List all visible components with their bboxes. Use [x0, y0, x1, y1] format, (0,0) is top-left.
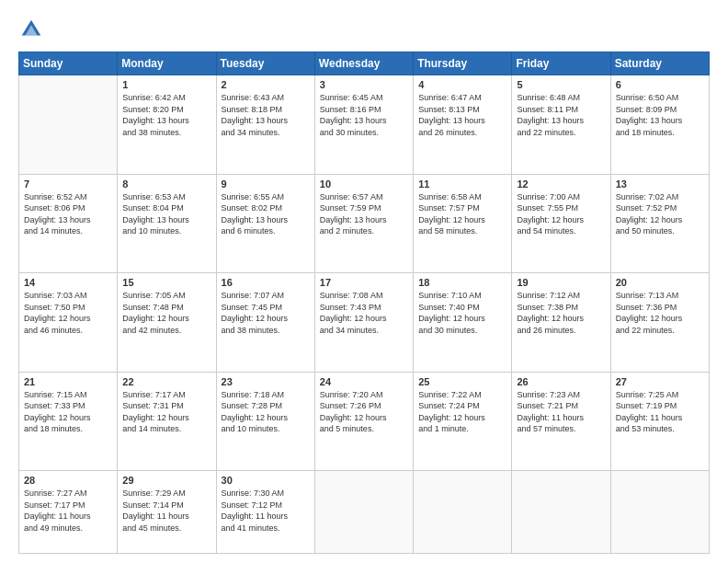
- day-info: Sunrise: 7:27 AMSunset: 7:17 PMDaylight:…: [24, 488, 112, 534]
- calendar-cell: 3Sunrise: 6:45 AMSunset: 8:16 PMDaylight…: [314, 75, 413, 175]
- day-info: Sunrise: 6:47 AMSunset: 8:13 PMDaylight:…: [418, 92, 506, 138]
- weekday-header-sunday: Sunday: [19, 52, 118, 75]
- day-info: Sunrise: 6:42 AMSunset: 8:20 PMDaylight:…: [122, 92, 210, 138]
- weekday-header-saturday: Saturday: [610, 52, 709, 75]
- weekday-header-wednesday: Wednesday: [314, 52, 413, 75]
- page: SundayMondayTuesdayWednesdayThursdayFrid…: [0, 0, 728, 563]
- day-info: Sunrise: 7:00 AMSunset: 7:55 PMDaylight:…: [517, 191, 605, 237]
- day-info: Sunrise: 7:25 AMSunset: 7:19 PMDaylight:…: [616, 389, 704, 435]
- day-info: Sunrise: 7:02 AMSunset: 7:52 PMDaylight:…: [616, 191, 704, 237]
- calendar-cell: [314, 471, 413, 554]
- day-info: Sunrise: 6:48 AMSunset: 8:11 PMDaylight:…: [517, 92, 605, 138]
- day-number: 6: [616, 79, 704, 90]
- calendar-cell: 28Sunrise: 7:27 AMSunset: 7:17 PMDayligh…: [19, 471, 118, 554]
- day-info: Sunrise: 7:29 AMSunset: 7:14 PMDaylight:…: [122, 488, 210, 534]
- week-row-1: 1Sunrise: 6:42 AMSunset: 8:20 PMDaylight…: [19, 75, 710, 175]
- calendar-cell: 4Sunrise: 6:47 AMSunset: 8:13 PMDaylight…: [414, 75, 512, 175]
- day-number: 10: [320, 178, 408, 190]
- day-number: 20: [616, 277, 704, 288]
- day-number: 21: [24, 376, 112, 387]
- calendar-cell: 11Sunrise: 6:58 AMSunset: 7:57 PMDayligh…: [414, 174, 512, 273]
- day-number: 29: [122, 475, 210, 486]
- day-info: Sunrise: 6:43 AMSunset: 8:18 PMDaylight:…: [222, 92, 310, 138]
- calendar-cell: 30Sunrise: 7:30 AMSunset: 7:12 PMDayligh…: [216, 471, 314, 554]
- calendar-cell: 29Sunrise: 7:29 AMSunset: 7:14 PMDayligh…: [118, 471, 216, 554]
- day-info: Sunrise: 7:10 AMSunset: 7:40 PMDaylight:…: [418, 290, 506, 336]
- day-number: 8: [122, 178, 210, 190]
- logo-icon: [18, 17, 44, 42]
- day-info: Sunrise: 6:55 AMSunset: 8:02 PMDaylight:…: [222, 191, 310, 237]
- calendar-cell: 18Sunrise: 7:10 AMSunset: 7:40 PMDayligh…: [414, 273, 512, 373]
- calendar-cell: 26Sunrise: 7:23 AMSunset: 7:21 PMDayligh…: [512, 372, 610, 471]
- calendar-cell: [512, 471, 610, 554]
- day-number: 2: [222, 79, 310, 90]
- day-number: 11: [418, 178, 506, 190]
- week-row-5: 28Sunrise: 7:27 AMSunset: 7:17 PMDayligh…: [19, 471, 710, 554]
- calendar-cell: 5Sunrise: 6:48 AMSunset: 8:11 PMDaylight…: [512, 75, 610, 175]
- day-number: 4: [418, 79, 506, 90]
- day-info: Sunrise: 6:50 AMSunset: 8:09 PMDaylight:…: [616, 92, 704, 138]
- calendar-cell: 23Sunrise: 7:18 AMSunset: 7:28 PMDayligh…: [216, 372, 314, 471]
- weekday-header-thursday: Thursday: [414, 52, 512, 75]
- week-row-3: 14Sunrise: 7:03 AMSunset: 7:50 PMDayligh…: [19, 273, 710, 373]
- day-number: 22: [122, 376, 210, 387]
- week-row-4: 21Sunrise: 7:15 AMSunset: 7:33 PMDayligh…: [19, 372, 710, 471]
- day-info: Sunrise: 7:13 AMSunset: 7:36 PMDaylight:…: [616, 290, 704, 336]
- day-number: 19: [517, 277, 605, 288]
- day-info: Sunrise: 7:18 AMSunset: 7:28 PMDaylight:…: [222, 389, 310, 435]
- calendar-cell: 27Sunrise: 7:25 AMSunset: 7:19 PMDayligh…: [610, 372, 709, 471]
- calendar-cell: 20Sunrise: 7:13 AMSunset: 7:36 PMDayligh…: [610, 273, 709, 373]
- day-info: Sunrise: 6:53 AMSunset: 8:04 PMDaylight:…: [122, 191, 210, 237]
- calendar-cell: 12Sunrise: 7:00 AMSunset: 7:55 PMDayligh…: [512, 174, 610, 273]
- day-number: 18: [418, 277, 506, 288]
- weekday-header-row: SundayMondayTuesdayWednesdayThursdayFrid…: [19, 52, 710, 75]
- calendar-cell: [610, 471, 709, 554]
- day-number: 24: [320, 376, 408, 387]
- calendar-cell: 15Sunrise: 7:05 AMSunset: 7:48 PMDayligh…: [118, 273, 216, 373]
- day-info: Sunrise: 7:22 AMSunset: 7:24 PMDaylight:…: [418, 389, 506, 435]
- calendar-cell: 6Sunrise: 6:50 AMSunset: 8:09 PMDaylight…: [610, 75, 709, 175]
- calendar-cell: [19, 75, 118, 175]
- day-number: 17: [320, 277, 408, 288]
- logo: [18, 17, 48, 42]
- day-info: Sunrise: 6:57 AMSunset: 7:59 PMDaylight:…: [320, 191, 408, 237]
- day-number: 27: [616, 376, 704, 387]
- calendar-cell: 24Sunrise: 7:20 AMSunset: 7:26 PMDayligh…: [314, 372, 413, 471]
- calendar-cell: 16Sunrise: 7:07 AMSunset: 7:45 PMDayligh…: [216, 273, 314, 373]
- day-info: Sunrise: 7:30 AMSunset: 7:12 PMDaylight:…: [222, 488, 310, 534]
- calendar-cell: [414, 471, 512, 554]
- weekday-header-monday: Monday: [118, 52, 216, 75]
- day-info: Sunrise: 7:05 AMSunset: 7:48 PMDaylight:…: [122, 290, 210, 336]
- calendar-cell: 21Sunrise: 7:15 AMSunset: 7:33 PMDayligh…: [19, 372, 118, 471]
- day-number: 9: [222, 178, 310, 190]
- day-info: Sunrise: 7:08 AMSunset: 7:43 PMDaylight:…: [320, 290, 408, 336]
- day-number: 12: [517, 178, 605, 190]
- day-info: Sunrise: 6:45 AMSunset: 8:16 PMDaylight:…: [320, 92, 408, 138]
- weekday-header-friday: Friday: [512, 52, 610, 75]
- day-number: 16: [222, 277, 310, 288]
- day-number: 1: [122, 79, 210, 90]
- day-info: Sunrise: 7:07 AMSunset: 7:45 PMDaylight:…: [222, 290, 310, 336]
- calendar-cell: 7Sunrise: 6:52 AMSunset: 8:06 PMDaylight…: [19, 174, 118, 273]
- calendar-cell: 22Sunrise: 7:17 AMSunset: 7:31 PMDayligh…: [118, 372, 216, 471]
- day-number: 23: [222, 376, 310, 387]
- calendar-cell: 17Sunrise: 7:08 AMSunset: 7:43 PMDayligh…: [314, 273, 413, 373]
- week-row-2: 7Sunrise: 6:52 AMSunset: 8:06 PMDaylight…: [19, 174, 710, 273]
- calendar-cell: 13Sunrise: 7:02 AMSunset: 7:52 PMDayligh…: [610, 174, 709, 273]
- header: [18, 17, 710, 42]
- day-info: Sunrise: 7:15 AMSunset: 7:33 PMDaylight:…: [24, 389, 112, 435]
- day-number: 13: [616, 178, 704, 190]
- day-info: Sunrise: 7:12 AMSunset: 7:38 PMDaylight:…: [517, 290, 605, 336]
- calendar-cell: 2Sunrise: 6:43 AMSunset: 8:18 PMDaylight…: [216, 75, 314, 175]
- day-number: 15: [122, 277, 210, 288]
- day-number: 7: [24, 178, 112, 190]
- day-number: 3: [320, 79, 408, 90]
- day-number: 25: [418, 376, 506, 387]
- day-number: 5: [517, 79, 605, 90]
- calendar-cell: 1Sunrise: 6:42 AMSunset: 8:20 PMDaylight…: [118, 75, 216, 175]
- day-info: Sunrise: 7:17 AMSunset: 7:31 PMDaylight:…: [122, 389, 210, 435]
- calendar-cell: 19Sunrise: 7:12 AMSunset: 7:38 PMDayligh…: [512, 273, 610, 373]
- day-number: 30: [222, 475, 310, 486]
- day-info: Sunrise: 7:20 AMSunset: 7:26 PMDaylight:…: [320, 389, 408, 435]
- day-number: 26: [517, 376, 605, 387]
